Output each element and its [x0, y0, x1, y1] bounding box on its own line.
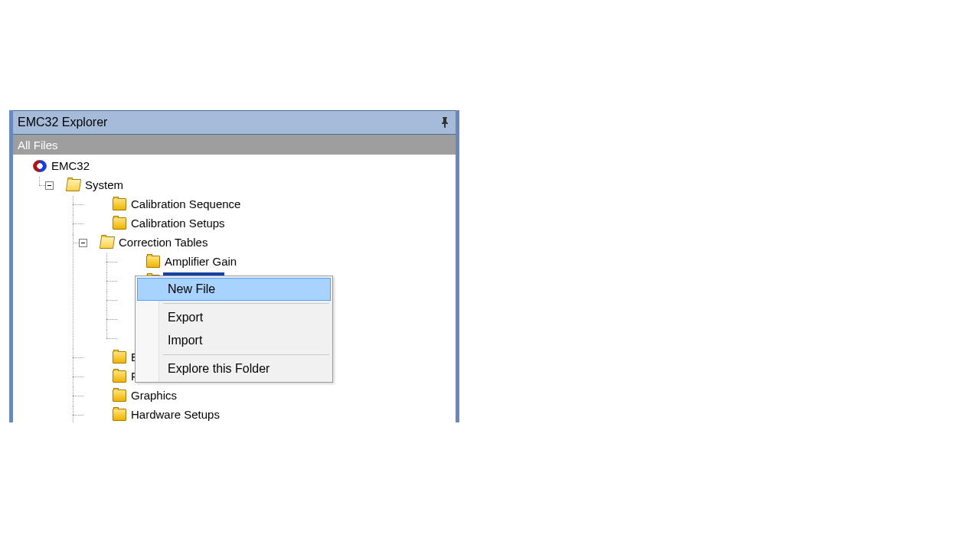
panel-title-bar[interactable]: EMC32 Explorer [13, 110, 456, 135]
tree-node-cal-set[interactable]: Calibration Setups [85, 215, 454, 234]
subheader-label: All Files [18, 139, 58, 152]
folder-open-icon [66, 179, 81, 191]
subheader-all-files[interactable]: All Files [13, 135, 456, 155]
tree-label: Correction Tables [117, 234, 209, 251]
folder-icon [113, 370, 126, 383]
folder-icon [113, 217, 126, 230]
tree-label: Hardware Setups [129, 406, 221, 422]
tree-label: Calibration Sequence [129, 196, 242, 213]
tree-node-hardware-setups[interactable]: Hardware Setups [85, 406, 454, 422]
tree-node-cal-seq[interactable]: Calibration Sequence [85, 196, 454, 215]
tree-node-graphics[interactable]: Graphics [85, 387, 454, 406]
context-menu: New File Export Import Explore this Fold… [135, 276, 333, 383]
tree-label: Graphics [129, 387, 178, 404]
collapse-icon[interactable] [45, 181, 54, 190]
folder-icon [113, 390, 126, 402]
menu-item-explore-folder[interactable]: Explore this Folder [137, 357, 331, 380]
menu-item-label: New File [168, 282, 215, 295]
tree-label-root: EMC32 [50, 158, 91, 174]
menu-item-label: Import [168, 334, 202, 347]
menu-item-new-file[interactable]: New File [137, 278, 331, 301]
tree-label: Amplifier Gain [163, 253, 238, 270]
pin-icon[interactable] [439, 116, 451, 129]
folder-open-icon [100, 236, 115, 249]
folder-icon [113, 198, 126, 210]
tree-node-amp-gain[interactable]: Amplifier Gain [119, 253, 454, 272]
app-icon [33, 160, 47, 172]
panel-title: EMC32 Explorer [18, 116, 439, 129]
menu-item-export[interactable]: Export [137, 306, 331, 329]
tree-label: Calibration Setups [129, 215, 227, 232]
menu-item-label: Export [168, 311, 203, 324]
menu-item-import[interactable]: Import [137, 329, 331, 352]
menu-separator [163, 354, 329, 355]
menu-separator [163, 303, 329, 304]
folder-icon [113, 409, 126, 421]
folder-icon [113, 351, 126, 364]
menu-item-label: Explore this Folder [168, 362, 270, 375]
tree-label-system: System [83, 177, 125, 194]
collapse-icon[interactable] [79, 239, 87, 247]
folder-icon [146, 256, 160, 268]
